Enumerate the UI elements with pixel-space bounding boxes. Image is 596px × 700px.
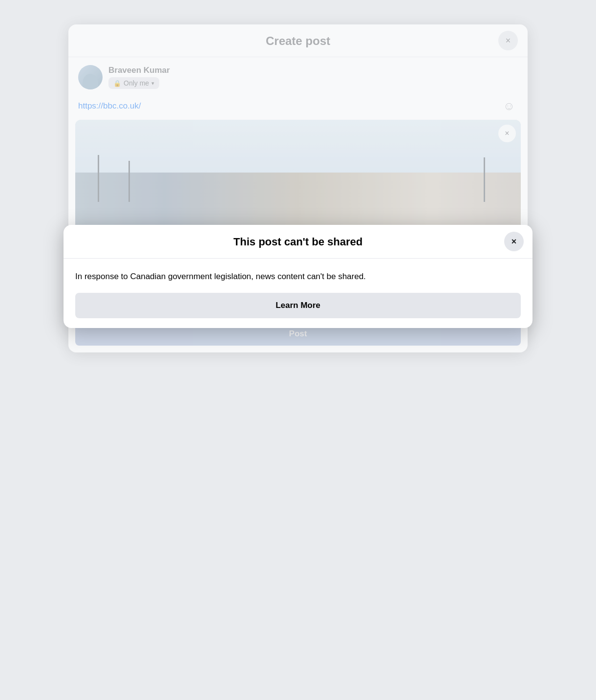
alert-modal: This post can't be shared × In response … xyxy=(64,225,532,328)
alert-header: This post can't be shared × xyxy=(64,225,532,259)
alert-title: This post can't be shared xyxy=(234,236,362,248)
learn-more-button[interactable]: Learn More xyxy=(75,293,521,318)
alert-close-button[interactable]: × xyxy=(504,232,524,251)
alert-message: In response to Canadian government legis… xyxy=(75,270,521,283)
alert-body: In response to Canadian government legis… xyxy=(64,259,532,328)
close-icon: × xyxy=(511,237,517,247)
page-wrapper: Create post × Braveen Kumar 🔒 Only me ▾ xyxy=(0,0,596,700)
